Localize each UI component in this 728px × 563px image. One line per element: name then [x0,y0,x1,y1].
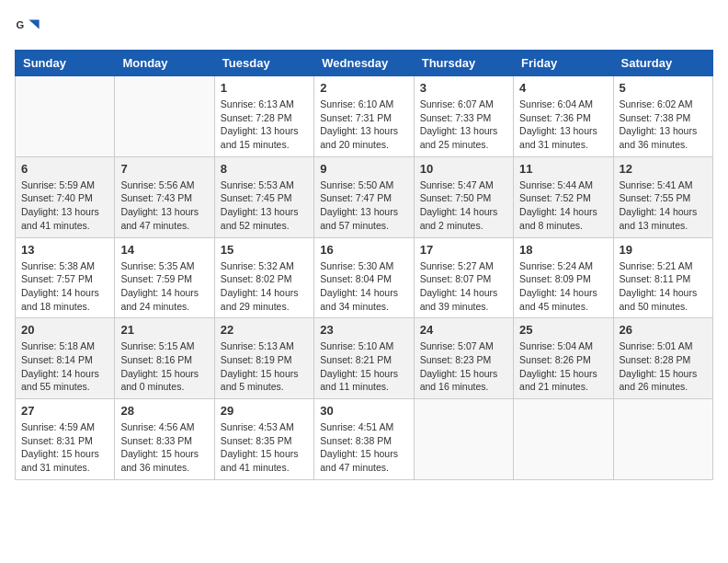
day-info: Sunrise: 5:15 AM Sunset: 8:16 PM Dayligh… [120,339,208,394]
calendar-day-9: 9Sunrise: 5:50 AM Sunset: 7:47 PM Daylig… [314,156,414,237]
day-info: Sunrise: 5:10 AM Sunset: 8:21 PM Dayligh… [320,339,407,394]
calendar-week-row: 1Sunrise: 6:13 AM Sunset: 7:28 PM Daylig… [16,76,713,157]
calendar-week-row: 20Sunrise: 5:18 AM Sunset: 8:14 PM Dayli… [16,318,713,399]
day-info: Sunrise: 5:32 AM Sunset: 8:02 PM Dayligh… [221,259,308,314]
day-info: Sunrise: 6:02 AM Sunset: 7:38 PM Dayligh… [620,98,707,152]
day-info: Sunrise: 5:21 AM Sunset: 8:11 PM Dayligh… [620,259,707,314]
calendar-week-row: 27Sunrise: 4:59 AM Sunset: 8:31 PM Dayli… [16,399,713,480]
calendar-day-empty [613,399,712,480]
svg-text:G: G [16,19,24,30]
calendar-day-14: 14Sunrise: 5:35 AM Sunset: 7:59 PM Dayli… [115,237,214,318]
day-info: Sunrise: 4:59 AM Sunset: 8:31 PM Dayligh… [21,420,108,475]
day-info: Sunrise: 5:27 AM Sunset: 8:07 PM Dayligh… [420,259,507,314]
calendar-day-27: 27Sunrise: 4:59 AM Sunset: 8:31 PM Dayli… [16,399,115,480]
day-info: Sunrise: 5:30 AM Sunset: 8:04 PM Dayligh… [320,259,407,314]
calendar-day-empty [414,399,513,480]
day-info: Sunrise: 4:53 AM Sunset: 8:35 PM Dayligh… [221,420,308,475]
day-info: Sunrise: 5:38 AM Sunset: 7:57 PM Dayligh… [21,259,108,314]
calendar-day-8: 8Sunrise: 5:53 AM Sunset: 7:45 PM Daylig… [214,156,313,237]
logo: G [15,15,44,40]
day-header-saturday: Saturday [613,51,712,76]
calendar-day-10: 10Sunrise: 5:47 AM Sunset: 7:50 PM Dayli… [414,156,513,237]
day-number: 11 [519,162,607,176]
calendar-day-30: 30Sunrise: 4:51 AM Sunset: 8:38 PM Dayli… [314,399,414,480]
calendar-day-3: 3Sunrise: 6:07 AM Sunset: 7:33 PM Daylig… [414,76,513,157]
day-info: Sunrise: 5:56 AM Sunset: 7:43 PM Dayligh… [120,178,208,233]
day-info: Sunrise: 6:07 AM Sunset: 7:33 PM Dayligh… [420,98,507,152]
logo-icon: G [15,15,40,40]
day-info: Sunrise: 5:53 AM Sunset: 7:45 PM Dayligh… [221,178,308,233]
svg-marker-1 [28,20,39,29]
calendar-day-26: 26Sunrise: 5:01 AM Sunset: 8:28 PM Dayli… [613,318,712,399]
day-number: 17 [420,243,507,257]
day-number: 22 [221,323,308,337]
day-number: 4 [519,81,607,95]
day-number: 10 [420,162,507,176]
day-number: 8 [221,162,308,176]
day-number: 13 [21,243,108,257]
day-number: 6 [21,162,108,176]
day-number: 30 [320,404,407,418]
calendar-day-empty [16,76,115,157]
day-info: Sunrise: 6:13 AM Sunset: 7:28 PM Dayligh… [221,98,308,152]
calendar-week-row: 6Sunrise: 5:59 AM Sunset: 7:40 PM Daylig… [16,156,713,237]
day-info: Sunrise: 4:51 AM Sunset: 8:38 PM Dayligh… [320,420,407,475]
calendar-day-17: 17Sunrise: 5:27 AM Sunset: 8:07 PM Dayli… [414,237,513,318]
day-number: 2 [320,81,407,95]
calendar-day-5: 5Sunrise: 6:02 AM Sunset: 7:38 PM Daylig… [613,76,712,157]
calendar-header-row: SundayMondayTuesdayWednesdayThursdayFrid… [16,51,713,76]
day-info: Sunrise: 5:59 AM Sunset: 7:40 PM Dayligh… [21,178,108,233]
day-number: 21 [120,323,208,337]
day-number: 29 [221,404,308,418]
day-info: Sunrise: 5:47 AM Sunset: 7:50 PM Dayligh… [420,178,507,233]
day-number: 24 [420,323,507,337]
calendar-day-13: 13Sunrise: 5:38 AM Sunset: 7:57 PM Dayli… [16,237,115,318]
day-number: 5 [620,81,707,95]
day-number: 9 [320,162,407,176]
day-info: Sunrise: 4:56 AM Sunset: 8:33 PM Dayligh… [120,420,208,475]
day-number: 20 [21,323,108,337]
calendar-day-24: 24Sunrise: 5:07 AM Sunset: 8:23 PM Dayli… [414,318,513,399]
calendar-day-19: 19Sunrise: 5:21 AM Sunset: 8:11 PM Dayli… [613,237,712,318]
day-number: 19 [620,243,707,257]
calendar-day-4: 4Sunrise: 6:04 AM Sunset: 7:36 PM Daylig… [514,76,613,157]
day-info: Sunrise: 6:10 AM Sunset: 7:31 PM Dayligh… [320,98,407,152]
day-number: 7 [120,162,208,176]
day-info: Sunrise: 5:04 AM Sunset: 8:26 PM Dayligh… [519,339,607,394]
day-number: 25 [519,323,607,337]
day-number: 14 [120,243,208,257]
day-number: 18 [519,243,607,257]
day-header-tuesday: Tuesday [214,51,313,76]
day-number: 27 [21,404,108,418]
day-info: Sunrise: 6:04 AM Sunset: 7:36 PM Dayligh… [519,98,607,152]
day-number: 12 [620,162,707,176]
calendar-week-row: 13Sunrise: 5:38 AM Sunset: 7:57 PM Dayli… [16,237,713,318]
day-info: Sunrise: 5:13 AM Sunset: 8:19 PM Dayligh… [221,339,308,394]
day-header-friday: Friday [514,51,613,76]
day-header-wednesday: Wednesday [314,51,414,76]
calendar-day-empty [514,399,613,480]
day-info: Sunrise: 5:44 AM Sunset: 7:52 PM Dayligh… [519,178,607,233]
day-info: Sunrise: 5:24 AM Sunset: 8:09 PM Dayligh… [519,259,607,314]
calendar-day-11: 11Sunrise: 5:44 AM Sunset: 7:52 PM Dayli… [514,156,613,237]
calendar-day-2: 2Sunrise: 6:10 AM Sunset: 7:31 PM Daylig… [314,76,414,157]
day-number: 1 [221,81,308,95]
day-number: 23 [320,323,407,337]
day-info: Sunrise: 5:50 AM Sunset: 7:47 PM Dayligh… [320,178,407,233]
calendar-day-21: 21Sunrise: 5:15 AM Sunset: 8:16 PM Dayli… [115,318,214,399]
calendar-day-18: 18Sunrise: 5:24 AM Sunset: 8:09 PM Dayli… [514,237,613,318]
day-number: 26 [620,323,707,337]
calendar-day-28: 28Sunrise: 4:56 AM Sunset: 8:33 PM Dayli… [115,399,214,480]
calendar-day-23: 23Sunrise: 5:10 AM Sunset: 8:21 PM Dayli… [314,318,414,399]
calendar-day-15: 15Sunrise: 5:32 AM Sunset: 8:02 PM Dayli… [214,237,313,318]
calendar-day-1: 1Sunrise: 6:13 AM Sunset: 7:28 PM Daylig… [214,76,313,157]
day-header-monday: Monday [115,51,214,76]
day-number: 15 [221,243,308,257]
day-header-thursday: Thursday [414,51,513,76]
calendar-day-empty [115,76,214,157]
calendar-table: SundayMondayTuesdayWednesdayThursdayFrid… [15,50,713,480]
calendar-day-25: 25Sunrise: 5:04 AM Sunset: 8:26 PM Dayli… [514,318,613,399]
calendar-day-16: 16Sunrise: 5:30 AM Sunset: 8:04 PM Dayli… [314,237,414,318]
day-info: Sunrise: 5:18 AM Sunset: 8:14 PM Dayligh… [21,339,108,394]
calendar-day-7: 7Sunrise: 5:56 AM Sunset: 7:43 PM Daylig… [115,156,214,237]
